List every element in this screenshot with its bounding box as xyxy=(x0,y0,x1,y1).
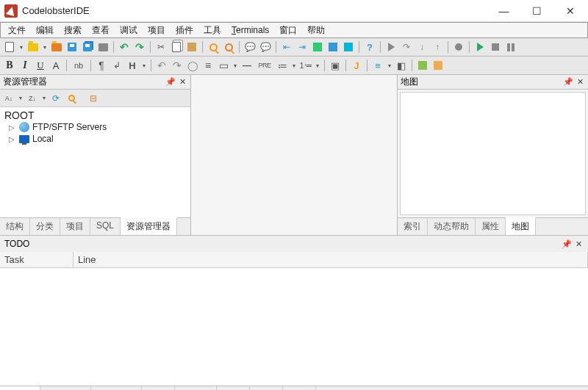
new-file-dropdown[interactable]: ▾ xyxy=(18,44,24,51)
col-line[interactable]: Line xyxy=(74,252,588,267)
italic-button[interactable]: I xyxy=(18,59,32,72)
ulist-dropdown[interactable]: ▾ xyxy=(291,62,297,69)
uncomment-button[interactable]: 💬 xyxy=(259,40,272,54)
tab-errors[interactable]: 错误 xyxy=(283,386,316,390)
tree-item-local[interactable]: ▷ Local xyxy=(4,133,186,145)
tab-output[interactable]: 输出 xyxy=(217,386,250,390)
div-dropdown[interactable]: ▾ xyxy=(232,62,238,69)
div-button[interactable]: ▭ xyxy=(217,59,230,72)
expand-icon[interactable]: ▷ xyxy=(9,135,16,143)
toggle2-button[interactable] xyxy=(326,40,340,54)
heading-button[interactable]: H xyxy=(126,59,139,72)
bold-button[interactable]: B xyxy=(3,59,16,72)
less-button[interactable]: ◧ xyxy=(395,59,408,72)
tab-todo[interactable]: TODO xyxy=(0,386,40,390)
cut-button[interactable]: ✂ xyxy=(154,40,168,54)
close-panel-icon[interactable]: ✕ xyxy=(575,77,585,87)
toggle3-button[interactable] xyxy=(342,40,355,54)
toggle1-button[interactable] xyxy=(311,40,324,54)
sort-za-dropdown[interactable]: ▾ xyxy=(41,95,47,101)
pin-icon[interactable]: 📌 xyxy=(563,77,573,87)
align-button[interactable]: ≡ xyxy=(201,59,215,72)
menu-search[interactable]: 搜索 xyxy=(60,23,86,38)
expand-icon[interactable]: ▷ xyxy=(9,123,16,131)
run-button[interactable] xyxy=(384,40,398,54)
menu-plugins[interactable]: 插件 xyxy=(171,23,198,38)
step-out-button[interactable]: ↑ xyxy=(431,40,444,54)
breakpoint-button[interactable] xyxy=(452,40,465,54)
menu-project[interactable]: 项目 xyxy=(143,23,170,38)
paragraph-button[interactable]: ¶ xyxy=(95,59,108,72)
ulist-button[interactable]: ≔ xyxy=(276,59,289,72)
sort-az-button[interactable]: A↓ xyxy=(2,92,15,105)
tab-localvars[interactable]: 本地 xyxy=(142,386,175,390)
paste-button[interactable] xyxy=(185,40,198,54)
minimize-button[interactable]: — xyxy=(487,1,520,21)
tab-index[interactable]: 索引 xyxy=(398,218,428,235)
save-button[interactable] xyxy=(65,40,79,54)
font-button[interactable]: A xyxy=(49,59,62,72)
heading-dropdown[interactable]: ▾ xyxy=(141,62,147,69)
nav-back-button[interactable]: ↶ xyxy=(155,59,168,72)
copy-button[interactable] xyxy=(170,40,183,54)
tree-item-ftp[interactable]: ▷ FTP/SFTP Servers xyxy=(4,121,186,133)
play-button[interactable] xyxy=(473,40,487,54)
tab-dynhelp[interactable]: 动态帮助 xyxy=(428,218,476,235)
help-button[interactable]: ? xyxy=(363,40,376,54)
open-button[interactable] xyxy=(26,40,40,54)
hr-button[interactable]: — xyxy=(240,59,254,72)
css-dropdown[interactable]: ▾ xyxy=(387,62,392,69)
print-button[interactable] xyxy=(96,40,110,54)
nav-fwd-button[interactable]: ↷ xyxy=(171,59,184,72)
menu-view[interactable]: 查看 xyxy=(87,23,114,38)
menu-file[interactable]: 文件 xyxy=(4,23,30,38)
save-all-button[interactable] xyxy=(81,40,94,54)
step-into-button[interactable]: ↓ xyxy=(415,40,429,54)
tab-callstack[interactable]: 调用堆栈 xyxy=(91,386,142,390)
menu-window[interactable]: 窗口 xyxy=(275,23,301,38)
menu-edit[interactable]: 编辑 xyxy=(32,23,58,38)
find-button[interactable] xyxy=(207,40,220,54)
close-button[interactable]: ✕ xyxy=(553,1,587,21)
pre-button[interactable]: PRE xyxy=(256,59,273,72)
js-button[interactable]: J xyxy=(350,59,363,72)
menu-tools[interactable]: 工具 xyxy=(199,23,226,38)
tab-searchresults[interactable]: 搜索结果 xyxy=(40,386,91,390)
tab-props[interactable]: 属性 xyxy=(476,218,506,235)
close-panel-icon[interactable]: ✕ xyxy=(177,77,187,87)
refresh-button[interactable]: ⟳ xyxy=(49,92,62,105)
menu-debug[interactable]: 调试 xyxy=(115,23,142,38)
tab-structure[interactable]: 结构 xyxy=(0,218,30,235)
underline-button[interactable]: U xyxy=(34,59,47,72)
sort-za-button[interactable]: Z↓ xyxy=(26,92,39,105)
collapse-button[interactable]: ⊟ xyxy=(87,92,100,105)
pin-icon[interactable]: 📌 xyxy=(562,239,572,249)
tab-project[interactable]: 项目 xyxy=(60,218,90,235)
image-button[interactable]: ▣ xyxy=(329,59,342,72)
circle-button[interactable]: ◯ xyxy=(186,59,199,72)
comment-button[interactable]: 💬 xyxy=(243,40,257,54)
tree-root[interactable]: ROOT xyxy=(4,109,186,121)
open-dropdown[interactable]: ▾ xyxy=(42,44,48,51)
undo-button[interactable]: ↶ xyxy=(118,40,131,54)
tab-explorer[interactable]: 资源管理器 xyxy=(121,217,177,235)
menu-help[interactable]: 帮助 xyxy=(303,23,329,38)
menu-terminals[interactable]: Terminals xyxy=(227,24,273,37)
sort-az-dropdown[interactable]: ▾ xyxy=(18,95,24,101)
olist-dropdown[interactable]: ▾ xyxy=(315,62,320,69)
find-files-button[interactable] xyxy=(222,40,235,54)
outdent-button[interactable]: ⇤ xyxy=(280,40,293,54)
snippet-button[interactable] xyxy=(416,59,429,72)
nbsp-button[interactable]: nb xyxy=(71,59,87,72)
maximize-button[interactable]: ☐ xyxy=(520,1,553,21)
step-over-button[interactable]: ↷ xyxy=(400,40,413,54)
pause-button[interactable] xyxy=(504,40,517,54)
css-button[interactable]: ≡ xyxy=(371,59,384,72)
indent-button[interactable]: ⇥ xyxy=(295,40,309,54)
olist-button[interactable]: 1≔ xyxy=(299,59,312,72)
linebreak-button[interactable]: ↲ xyxy=(110,59,123,72)
tab-category[interactable]: 分类 xyxy=(30,218,60,235)
col-task[interactable]: Task xyxy=(0,252,74,267)
stop-button[interactable] xyxy=(489,40,502,54)
pin-icon[interactable]: 📌 xyxy=(165,77,176,87)
